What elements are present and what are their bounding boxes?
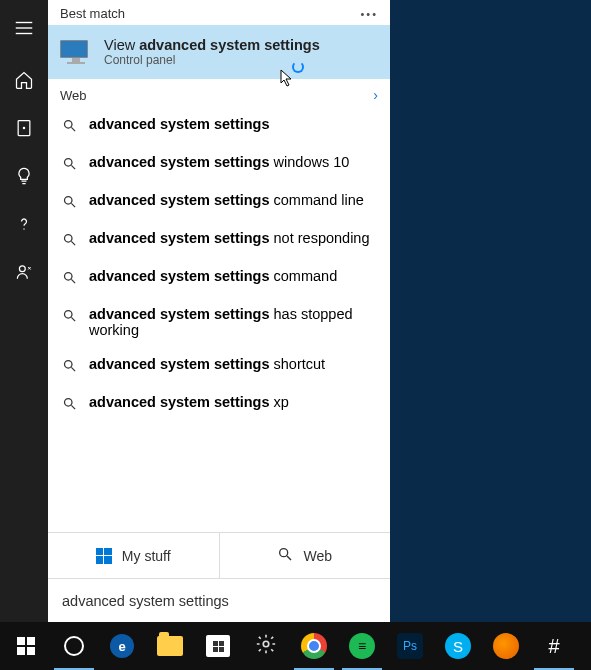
sidebar-home[interactable] (0, 56, 48, 104)
svg-point-13 (65, 235, 73, 243)
best-match-subtitle: Control panel (104, 53, 320, 67)
start-icon (17, 637, 35, 655)
taskbar-file-explorer[interactable] (146, 622, 194, 670)
taskbar-spotify[interactable]: ≡ (338, 622, 386, 670)
taskbar-chrome[interactable] (290, 622, 338, 670)
suggestion-text: advanced system settings has stopped wor… (89, 306, 376, 338)
web-label: Web (60, 88, 87, 103)
svg-point-25 (263, 641, 269, 647)
taskbar-photoshop[interactable]: Ps (386, 622, 434, 670)
taskbar-store[interactable] (194, 622, 242, 670)
store-icon (206, 635, 230, 657)
photoshop-icon: Ps (397, 633, 423, 659)
search-icon (62, 308, 77, 326)
web-suggestion[interactable]: advanced system settings (48, 107, 390, 145)
scope-web-label: Web (303, 548, 332, 564)
search-icon (62, 396, 77, 414)
notebook-icon (14, 118, 34, 138)
svg-point-19 (65, 361, 73, 369)
svg-line-20 (71, 367, 75, 371)
search-icon (62, 118, 77, 136)
svg-line-24 (287, 556, 291, 560)
best-match-title-prefix: View (104, 37, 139, 53)
svg-line-8 (71, 127, 75, 131)
svg-point-5 (23, 228, 24, 229)
svg-point-17 (65, 311, 73, 319)
scope-mystuff-label: My stuff (122, 548, 171, 564)
svg-point-23 (280, 549, 288, 557)
slack-icon: # (548, 635, 559, 658)
search-input[interactable] (62, 593, 376, 609)
web-suggestion[interactable]: advanced system settings not responding (48, 221, 390, 259)
cortana-icon (64, 636, 84, 656)
more-options-icon[interactable]: ••• (360, 8, 378, 20)
sidebar-feedback[interactable] (0, 248, 48, 296)
gear-icon (255, 633, 277, 659)
suggestion-text: advanced system settings shortcut (89, 356, 325, 372)
taskbar-edge[interactable]: e (98, 622, 146, 670)
chrome-icon (301, 633, 327, 659)
svg-line-16 (71, 279, 75, 283)
web-suggestion[interactable]: advanced system settings shortcut (48, 347, 390, 385)
svg-point-7 (65, 121, 73, 129)
web-suggestion[interactable]: advanced system settings command line (48, 183, 390, 221)
web-suggestion[interactable]: advanced system settings xp (48, 385, 390, 423)
suggestion-text: advanced system settings command line (89, 192, 364, 208)
svg-point-4 (23, 127, 26, 130)
edge-icon: e (110, 634, 134, 658)
spotify-icon: ≡ (349, 633, 375, 659)
svg-line-22 (71, 405, 75, 409)
taskbar-skype[interactable]: S (434, 622, 482, 670)
svg-line-18 (71, 317, 75, 321)
web-suggestion[interactable]: advanced system settings has stopped wor… (48, 297, 390, 347)
svg-point-9 (65, 159, 73, 167)
search-icon (277, 546, 293, 565)
system-settings-icon (60, 40, 92, 64)
sidebar-notebook[interactable] (0, 104, 48, 152)
taskbar: e ≡ Ps S # (0, 622, 591, 670)
skype-icon: S (445, 633, 471, 659)
svg-line-14 (71, 241, 75, 245)
search-icon (62, 270, 77, 288)
web-suggestion[interactable]: advanced system settings windows 10 (48, 145, 390, 183)
suggestion-text: advanced system settings not responding (89, 230, 370, 246)
best-match-header: Best match ••• (48, 0, 390, 25)
sidebar-help[interactable] (0, 200, 48, 248)
best-match-title-bold: advanced system settings (139, 37, 320, 53)
scope-web-button[interactable]: Web (219, 533, 391, 578)
suggestion-text: advanced system settings (89, 116, 270, 132)
sidebar-tips[interactable] (0, 152, 48, 200)
search-icon (62, 358, 77, 376)
search-scope-row: My stuff Web (48, 532, 390, 578)
web-suggestions-list: advanced system settingsadvanced system … (48, 107, 390, 532)
firefox-icon (493, 633, 519, 659)
taskbar-start[interactable] (2, 622, 50, 670)
question-icon (14, 214, 34, 234)
person-icon (14, 262, 34, 282)
windows-logo-icon (96, 548, 112, 564)
hamburger-icon (13, 17, 35, 39)
home-icon (14, 70, 34, 90)
svg-line-12 (71, 203, 75, 207)
svg-point-15 (65, 273, 73, 281)
suggestion-text: advanced system settings command (89, 268, 337, 284)
scope-mystuff-button[interactable]: My stuff (48, 533, 219, 578)
chevron-right-icon[interactable]: › (373, 87, 378, 103)
search-input-row (48, 578, 390, 622)
taskbar-slack[interactable]: # (530, 622, 578, 670)
search-icon (62, 232, 77, 250)
taskbar-cortana[interactable] (50, 622, 98, 670)
taskbar-settings[interactable] (242, 622, 290, 670)
search-icon (62, 156, 77, 174)
svg-point-6 (19, 266, 25, 272)
search-panel: Best match ••• View advanced system sett… (48, 0, 390, 622)
best-match-result[interactable]: View advanced system settings Control pa… (48, 25, 390, 79)
taskbar-firefox[interactable] (482, 622, 530, 670)
hamburger-menu[interactable] (0, 4, 48, 52)
web-header: Web › (48, 79, 390, 107)
svg-point-11 (65, 197, 73, 205)
best-match-text: View advanced system settings Control pa… (104, 37, 320, 67)
folder-icon (157, 636, 183, 656)
web-suggestion[interactable]: advanced system settings command (48, 259, 390, 297)
suggestion-text: advanced system settings xp (89, 394, 289, 410)
